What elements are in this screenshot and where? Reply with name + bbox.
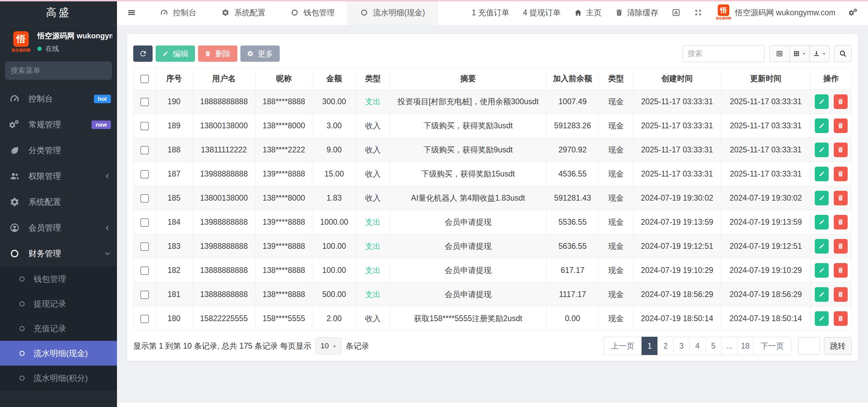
sidebar-item-member[interactable]: 会员管理 <box>0 215 117 241</box>
row-checkbox[interactable] <box>140 122 149 130</box>
cell-created: 2024-07-19 18:56:29 <box>633 282 721 307</box>
tab-wallet[interactable]: 钱包管理 <box>278 0 347 25</box>
sidebar-subitem-recharge-records[interactable]: 充值记录 <box>0 316 117 341</box>
page-button-2[interactable]: 2 <box>657 337 674 355</box>
sidebar-item-system-config[interactable]: 系统配置 <box>0 189 117 215</box>
row-edit-button[interactable] <box>815 143 829 157</box>
table-row[interactable]: 189 13800138000 138****8000 3.00 收入 下级购买… <box>134 114 852 138</box>
cell-wallet-type: 现金 <box>599 138 633 162</box>
clear-cache-button[interactable]: 清除缓存 <box>615 7 658 18</box>
row-delete-button[interactable] <box>834 311 848 326</box>
sidebar-subitem-cash-flow[interactable]: 流水明细(现金) <box>0 341 117 366</box>
table-row[interactable]: 181 13888888888 138****8888 500.00 支出 会员… <box>134 282 852 307</box>
fullscreen-button[interactable] <box>694 8 702 17</box>
page-button-1[interactable]: 1 <box>642 337 658 355</box>
row-checkbox[interactable] <box>140 218 149 227</box>
home-link[interactable]: 主页 <box>574 7 601 18</box>
cell-nickname: 138****2222 <box>256 138 312 162</box>
cell-summary: 获取158****5555注册奖励2usdt <box>390 307 547 331</box>
page-button-4[interactable]: 4 <box>689 337 706 355</box>
table-row[interactable]: 188 13811112222 138****2222 9.00 收入 下级购买… <box>134 138 852 162</box>
sidebar-item-dashboard[interactable]: 控制台 hot <box>0 86 117 112</box>
row-delete-button[interactable] <box>834 94 848 109</box>
menu-search-input[interactable] <box>11 66 108 75</box>
page-button-5[interactable]: 5 <box>705 337 722 355</box>
tab-cash-flow[interactable]: 流水明细(现金) <box>347 0 438 25</box>
row-delete-button[interactable] <box>834 287 848 302</box>
next-page-button[interactable]: 下一页 <box>753 337 791 355</box>
row-edit-button[interactable] <box>815 311 829 326</box>
row-checkbox[interactable] <box>140 315 149 323</box>
table-row[interactable]: 180 15822225555 158****5555 2.00 收入 获取15… <box>134 307 852 331</box>
row-edit-button[interactable] <box>815 287 829 302</box>
row-checkbox[interactable] <box>140 242 149 251</box>
delete-button[interactable]: 删除 <box>198 45 237 62</box>
more-button[interactable]: 更多 <box>240 45 280 62</box>
profile-menu[interactable]: 悟 悟空源码网 悟空源码网 wukongymw.com <box>716 4 835 21</box>
row-edit-button[interactable] <box>815 167 829 181</box>
page-button-18[interactable]: 18 <box>737 337 753 355</box>
tab-system-config[interactable]: 系统配置 <box>209 0 278 25</box>
row-edit-button[interactable] <box>815 118 829 133</box>
cell-nickname: 138****8888 <box>256 258 312 282</box>
table-row[interactable]: 182 13888888888 138****8888 100.00 支出 会员… <box>134 258 852 282</box>
sidebar-item-permission[interactable]: 权限管理 <box>0 163 117 189</box>
caret-down-icon <box>802 52 806 56</box>
sidebar-subitem-wallet[interactable]: 钱包管理 <box>0 266 117 291</box>
settings-button[interactable] <box>849 8 858 17</box>
sidebar-subitem-withdraw-records[interactable]: 提现记录 <box>0 291 117 316</box>
row-edit-button[interactable] <box>815 191 829 205</box>
table-row[interactable]: 187 13988888888 139****8888 15.00 收入 下级购… <box>134 162 852 186</box>
table-row[interactable]: 185 13800138000 138****8000 1.83 收入 AI量化… <box>134 186 852 210</box>
row-edit-button[interactable] <box>815 263 829 278</box>
row-delete-button[interactable] <box>834 215 848 229</box>
cell-updated: 2024-07-19 19:13:59 <box>721 210 811 234</box>
sidebar-item-finance[interactable]: 财务管理 <box>0 241 117 266</box>
sidebar-item-general[interactable]: 常规管理 new <box>0 112 117 137</box>
recharge-orders-link[interactable]: 1 充值订单 <box>472 7 509 18</box>
row-delete-button[interactable] <box>834 143 848 157</box>
row-delete-button[interactable] <box>834 263 848 278</box>
row-checkbox[interactable] <box>140 146 149 154</box>
cell-nickname: 139****8888 <box>256 210 312 234</box>
row-checkbox[interactable] <box>140 170 149 179</box>
tab-dashboard[interactable]: 控制台 <box>147 0 209 25</box>
row-edit-button[interactable] <box>815 94 829 109</box>
withdraw-orders-link[interactable]: 4 提现订单 <box>523 7 560 18</box>
columns-button[interactable] <box>789 45 810 62</box>
select-all-checkbox[interactable] <box>140 75 149 83</box>
row-checkbox[interactable] <box>140 291 149 299</box>
refresh-button[interactable] <box>133 45 153 62</box>
row-checkbox[interactable] <box>140 98 149 106</box>
row-delete-button[interactable] <box>834 191 848 205</box>
cell-username: 15822225555 <box>192 307 255 331</box>
cell-balance: 1117.17 <box>546 282 599 307</box>
sidebar-subitem-points-flow[interactable]: 流水明细(积分) <box>0 366 117 390</box>
table-row[interactable]: 183 13988888888 139****8888 100.00 支出 会员… <box>134 234 852 258</box>
row-delete-button[interactable] <box>834 239 848 254</box>
search-submit-button[interactable] <box>834 45 852 62</box>
edit-button[interactable]: 编辑 <box>156 45 195 62</box>
page-button-3[interactable]: 3 <box>673 337 690 355</box>
row-checkbox[interactable] <box>140 266 149 275</box>
row-delete-button[interactable] <box>834 118 848 133</box>
sidebar-toggle-button[interactable] <box>127 0 136 25</box>
jump-button[interactable]: 跳转 <box>824 337 852 355</box>
table-search-input[interactable] <box>683 45 765 62</box>
export-button[interactable] <box>809 45 830 62</box>
row-edit-button[interactable] <box>815 239 829 254</box>
row-edit-button[interactable] <box>815 215 829 229</box>
detail-view-button[interactable] <box>769 45 790 62</box>
sidebar-item-category[interactable]: 分类管理 <box>0 137 117 163</box>
header-username: 用户名 <box>192 68 255 90</box>
language-button[interactable] <box>672 8 680 17</box>
page-size-dropdown[interactable]: 10 <box>316 337 341 354</box>
table-row[interactable]: 190 18888888888 188****8888 300.00 支出 投资… <box>134 90 852 114</box>
row-delete-button[interactable] <box>834 167 848 181</box>
cell-seq: 185 <box>156 186 192 210</box>
jump-page-input[interactable] <box>798 337 820 355</box>
cell-wallet-type: 现金 <box>599 282 633 307</box>
prev-page-button[interactable]: 上一页 <box>604 337 642 355</box>
table-row[interactable]: 184 13988888888 139****8888 1000.00 支出 会… <box>134 210 852 234</box>
row-checkbox[interactable] <box>140 194 149 203</box>
